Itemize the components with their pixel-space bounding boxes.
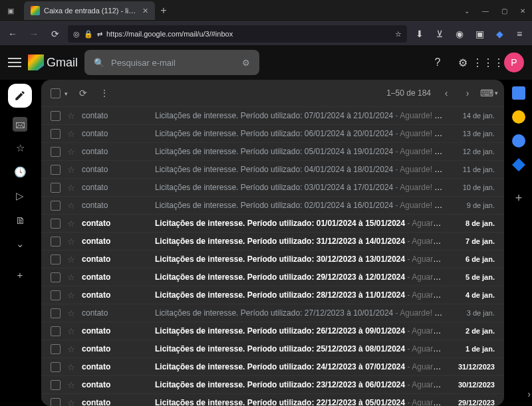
row-checkbox[interactable] [51,308,61,318]
starred-nav-icon[interactable]: ☆ [13,141,27,155]
extension-1-icon[interactable]: ◉ [451,25,468,43]
row-checkbox[interactable] [51,165,61,175]
email-row[interactable]: ☆contatoLicitações de interesse. Período… [41,178,504,196]
drafts-nav-icon[interactable]: 🗎 [13,213,27,227]
star-icon[interactable]: ☆ [67,272,75,282]
input-tools-button[interactable]: ⌨ [483,87,495,99]
email-row[interactable]: ☆contatoLicitações de interesse. Período… [41,250,504,268]
star-icon[interactable]: ☆ [67,237,75,247]
star-icon[interactable]: ☆ [67,380,75,390]
star-icon[interactable]: ☆ [67,254,75,264]
star-icon[interactable]: ☆ [67,219,75,229]
email-row[interactable]: ☆contatoLicitações de interesse. Período… [41,232,504,250]
email-row[interactable]: ☆contatoLicitações de interesse. Período… [41,268,504,286]
email-row[interactable]: ☆contatoLicitações de interesse. Período… [41,106,504,124]
email-row[interactable]: ☆contatoLicitações de interesse. Período… [41,214,504,232]
star-icon[interactable]: ☆ [67,290,75,300]
close-tab-icon[interactable]: ✕ [142,7,148,15]
contacts-icon[interactable] [512,158,525,171]
extension-3-icon[interactable]: ◆ [491,25,508,43]
row-checkbox[interactable] [51,111,61,121]
tasks-icon[interactable] [512,134,525,148]
row-checkbox[interactable] [51,398,61,407]
star-icon[interactable]: ☆ [67,165,75,175]
row-checkbox[interactable] [51,147,61,157]
row-checkbox[interactable] [51,237,61,247]
more-nav-icon[interactable]: ⌄ [13,237,27,251]
star-icon[interactable]: ☆ [67,129,75,139]
minimize-icon[interactable]: — [476,4,495,17]
url-input[interactable]: ◎ 🔒 ⇄ https://mail.google.com/mail/u/3/#… [68,25,407,43]
star-icon[interactable]: ☆ [67,111,75,121]
chevron-down-icon[interactable]: ⌄ [458,4,476,17]
email-row[interactable]: ☆contatoLicitações de interesse. Período… [41,286,504,304]
keep-icon[interactable] [512,110,525,124]
star-icon[interactable]: ☆ [67,398,75,407]
close-window-icon[interactable]: ✕ [513,4,532,17]
row-checkbox[interactable] [51,344,61,354]
star-icon[interactable]: ☆ [67,147,75,157]
star-icon[interactable]: ☆ [67,344,75,354]
row-checkbox[interactable] [51,183,61,193]
email-row[interactable]: ☆contatoLicitações de interesse. Período… [41,340,504,357]
sent-nav-icon[interactable]: ▷ [13,189,27,203]
browser-menu-icon[interactable]: ≡ [511,25,528,43]
prev-page-button[interactable]: ‹ [440,87,452,99]
row-checkbox[interactable] [51,254,61,264]
next-page-button[interactable]: › [462,87,473,99]
inbox-nav-icon[interactable]: 🖂 [13,117,27,132]
row-checkbox[interactable] [51,362,61,372]
row-checkbox[interactable] [51,219,61,229]
sidebar-toggle-icon[interactable]: ▣ [5,5,16,16]
compose-button[interactable] [8,84,32,108]
email-row[interactable]: ☆contatoLicitações de interesse. Período… [41,160,504,178]
calendar-icon[interactable] [512,86,525,100]
star-icon[interactable]: ☆ [67,308,75,318]
star-icon[interactable]: ☆ [67,326,75,336]
star-icon[interactable]: ☆ [67,201,75,211]
select-all-checkbox[interactable] [51,88,68,98]
email-row[interactable]: ☆contatoLicitações de interesse. Período… [41,375,504,393]
row-checkbox[interactable] [51,380,61,390]
settings-button[interactable]: ⚙ [454,53,472,72]
star-icon[interactable]: ☆ [67,183,75,193]
email-row[interactable]: ☆contatoLicitações de interesse. Período… [41,304,504,322]
email-list[interactable]: ☆contatoLicitações de interesse. Período… [41,106,504,406]
lock-icon[interactable]: 🔒 [84,30,93,39]
email-row[interactable]: ☆contatoLicitações de interesse. Período… [41,124,504,142]
new-label-icon[interactable]: + [13,267,27,282]
email-row[interactable]: ☆contatoLicitações de interesse. Período… [41,142,504,160]
browser-tab[interactable]: Caixa de entrada (112) - li… ✕ [24,1,155,20]
email-row[interactable]: ☆contatoLicitações de interesse. Período… [41,196,504,214]
main-menu-button[interactable] [8,58,21,67]
shield-icon[interactable]: ◎ [73,30,80,39]
search-options-icon[interactable]: ⚙ [242,58,250,68]
more-actions-button[interactable]: ⋮ [98,87,110,99]
star-icon[interactable]: ☆ [67,362,75,372]
extension-2-icon[interactable]: ▣ [471,25,488,43]
bookmark-star-icon[interactable]: ☆ [395,30,402,39]
nav-forward-button[interactable]: → [25,25,43,43]
refresh-button[interactable]: ⟳ [77,87,89,99]
row-checkbox[interactable] [51,290,61,300]
nav-back-button[interactable]: ← [4,25,21,43]
collapse-side-panel-icon[interactable]: › [527,389,531,399]
snoozed-nav-icon[interactable]: 🕓 [13,165,27,179]
row-checkbox[interactable] [51,326,61,336]
email-row[interactable]: ☆contatoLicitações de interesse. Período… [41,357,504,375]
row-checkbox[interactable] [51,272,61,282]
search-input[interactable]: 🔍 Pesquisar e-mail ⚙ [84,50,259,75]
save-pocket-icon[interactable]: ⊻ [431,25,448,43]
row-checkbox[interactable] [51,129,61,139]
permissions-icon[interactable]: ⇄ [97,31,102,38]
maximize-icon[interactable]: ▢ [495,4,513,17]
support-button[interactable]: ? [428,53,447,72]
download-icon[interactable]: ⬇ [411,25,428,43]
row-checkbox[interactable] [51,201,61,211]
add-addon-icon[interactable]: + [515,191,523,205]
new-tab-button[interactable]: + [160,5,166,17]
google-apps-button[interactable]: ⋮⋮⋮ [479,53,497,72]
account-avatar[interactable]: P [504,52,524,72]
email-row[interactable]: ☆contatoLicitações de interesse. Período… [41,322,504,340]
gmail-logo[interactable]: Gmail [28,54,78,70]
